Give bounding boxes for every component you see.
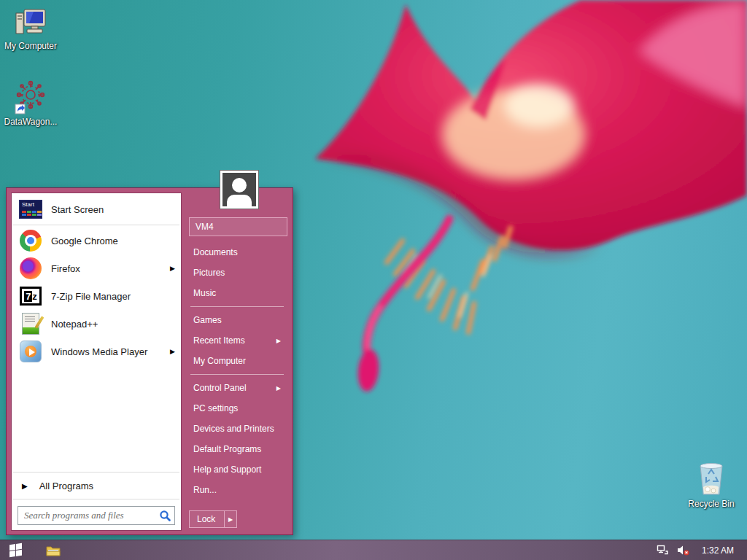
start-menu-right-panel: VM4 Documents Pictures Music Games Recen… bbox=[186, 217, 288, 530]
menu-item-label: Games bbox=[193, 315, 222, 325]
my-computer-icon bbox=[14, 6, 47, 39]
desktop-icon-label: My Computer bbox=[0, 41, 61, 51]
separator bbox=[13, 499, 179, 499]
desktop-icon-label: DataWagon... bbox=[0, 117, 61, 127]
taskbar: 1:32 AM bbox=[0, 540, 747, 560]
menu-item-recent-items[interactable]: Recent Items ▶ bbox=[186, 330, 288, 351]
menu-item-label: Recent Items bbox=[193, 335, 245, 346]
lock-options-arrow-icon[interactable]: ▶ bbox=[224, 511, 236, 527]
menu-item-label: 7-Zip File Manager bbox=[51, 291, 131, 302]
volume-muted-icon[interactable] bbox=[677, 544, 690, 557]
taskbar-file-explorer-button[interactable] bbox=[41, 540, 66, 560]
menu-item-7zip[interactable]: 7z 7-Zip File Manager bbox=[12, 282, 181, 310]
submenu-arrow-icon: ▶ bbox=[276, 338, 281, 344]
menu-item-windows-media-player[interactable]: Windows Media Player ▶ bbox=[12, 338, 181, 365]
menu-item-music[interactable]: Music bbox=[186, 283, 288, 303]
menu-item-documents[interactable]: Documents bbox=[186, 242, 288, 262]
start-menu: Start Start Screen Google Chrome Firefox… bbox=[6, 187, 293, 535]
datawagon-icon bbox=[15, 79, 47, 115]
separator bbox=[190, 306, 284, 307]
start-screen-tile-icon: Start bbox=[19, 198, 42, 221]
menu-item-run[interactable]: Run... bbox=[186, 480, 288, 500]
menu-item-pc-settings[interactable]: PC settings bbox=[186, 398, 288, 419]
search-row bbox=[12, 501, 181, 530]
system-tray: 1:32 AM bbox=[657, 544, 747, 557]
recycle-bin-icon bbox=[694, 461, 728, 497]
menu-item-label: Documents bbox=[193, 247, 238, 257]
submenu-arrow-icon: ▶ bbox=[170, 265, 175, 272]
wmp-icon bbox=[19, 340, 42, 363]
firefox-icon bbox=[19, 257, 42, 280]
chrome-icon bbox=[19, 229, 42, 252]
network-status-icon[interactable] bbox=[657, 544, 670, 557]
menu-item-user-name[interactable]: VM4 bbox=[189, 217, 287, 236]
search-input[interactable] bbox=[24, 510, 158, 521]
separator bbox=[190, 374, 284, 375]
file-explorer-folder-icon bbox=[46, 545, 61, 556]
all-programs-label: All Programs bbox=[39, 481, 93, 491]
windows-logo-icon bbox=[9, 543, 22, 557]
menu-item-label: Help and Support bbox=[193, 464, 261, 475]
menu-item-label: PC settings bbox=[193, 403, 238, 413]
desktop-icon-label: Recycle Bin bbox=[681, 499, 742, 509]
desktop-icon-my-computer[interactable]: My Computer bbox=[0, 6, 61, 51]
menu-item-firefox[interactable]: Firefox ▶ bbox=[12, 254, 181, 282]
menu-item-notepadpp[interactable]: Notepad++ bbox=[12, 310, 181, 338]
search-magnifier-icon[interactable] bbox=[158, 509, 171, 522]
submenu-arrow-icon: ▶ bbox=[170, 348, 175, 355]
all-programs-arrow-icon: ▶ bbox=[22, 482, 28, 490]
menu-item-label: Run... bbox=[193, 485, 217, 495]
menu-item-devices-and-printers[interactable]: Devices and Printers bbox=[186, 419, 288, 439]
menu-item-label: Devices and Printers bbox=[193, 424, 274, 434]
menu-item-label: Pictures bbox=[193, 268, 225, 278]
menu-item-label: Firefox bbox=[51, 263, 80, 274]
menu-item-label: Default Programs bbox=[193, 444, 261, 454]
user-avatar-silhouette-icon bbox=[222, 173, 256, 206]
menu-item-help-and-support[interactable]: Help and Support bbox=[186, 459, 288, 480]
menu-item-label: Windows Media Player bbox=[51, 346, 147, 357]
flower-wallpaper-image bbox=[295, 0, 747, 408]
separator bbox=[13, 472, 179, 472]
menu-item-label: Control Panel bbox=[193, 383, 247, 393]
menu-item-pictures[interactable]: Pictures bbox=[186, 262, 288, 283]
start-menu-left-panel: Start Start Screen Google Chrome Firefox… bbox=[11, 192, 182, 531]
menu-empty-space bbox=[12, 365, 181, 470]
menu-item-label: Google Chrome bbox=[51, 236, 118, 246]
menu-item-label: Start Screen bbox=[51, 204, 104, 215]
search-box[interactable] bbox=[18, 506, 175, 525]
desktop-icon-recycle-bin[interactable]: Recycle Bin bbox=[681, 461, 742, 509]
desktop-wallpaper: My Computer DataWagon... bbox=[0, 0, 747, 560]
desktop-icon-datawagon[interactable]: DataWagon... bbox=[0, 79, 61, 127]
lock-button[interactable]: Lock ▶ bbox=[189, 510, 237, 528]
menu-item-label: Music bbox=[193, 288, 216, 298]
menu-item-google-chrome[interactable]: Google Chrome bbox=[12, 227, 181, 254]
user-avatar[interactable] bbox=[220, 170, 259, 209]
start-button[interactable] bbox=[0, 540, 31, 560]
lock-button-label: Lock bbox=[190, 511, 224, 527]
separator bbox=[13, 225, 179, 225]
menu-item-default-programs[interactable]: Default Programs bbox=[186, 439, 288, 459]
notepadpp-icon bbox=[19, 312, 42, 335]
all-programs-button[interactable]: ▶ All Programs bbox=[12, 474, 181, 497]
menu-item-start-screen[interactable]: Start Start Screen bbox=[12, 195, 181, 223]
menu-item-games[interactable]: Games bbox=[186, 310, 288, 330]
menu-item-label: Notepad++ bbox=[51, 319, 98, 330]
7zip-icon: 7z bbox=[19, 284, 42, 308]
menu-item-label: My Computer bbox=[193, 356, 246, 366]
menu-item-control-panel[interactable]: Control Panel ▶ bbox=[186, 378, 288, 398]
menu-item-my-computer[interactable]: My Computer bbox=[186, 351, 288, 371]
taskbar-clock[interactable]: 1:32 AM bbox=[697, 545, 738, 556]
submenu-arrow-icon: ▶ bbox=[276, 385, 281, 392]
